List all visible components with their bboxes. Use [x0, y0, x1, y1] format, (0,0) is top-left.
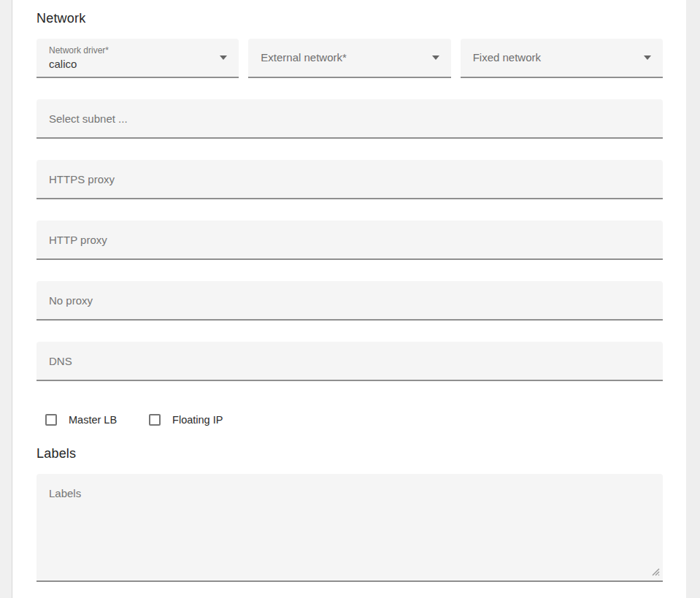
labels-textarea[interactable]	[36, 474, 663, 582]
chevron-down-icon	[644, 55, 651, 60]
floating-ip-checkbox-group[interactable]: Floating IP	[149, 413, 223, 427]
floating-ip-checkbox[interactable]	[149, 414, 161, 426]
checkbox-row: Master LB Floating IP	[36, 413, 676, 427]
labels-section-heading: Labels	[36, 445, 676, 461]
floating-ip-label[interactable]: Floating IP	[172, 413, 223, 427]
fixed-network-select[interactable]: Fixed network	[461, 39, 663, 78]
chevron-down-icon	[432, 55, 439, 60]
http-proxy-input[interactable]	[36, 221, 663, 260]
https-proxy-input[interactable]	[36, 160, 663, 199]
network-driver-value: calico	[49, 58, 214, 71]
master-lb-checkbox[interactable]	[45, 414, 57, 426]
network-driver-select[interactable]: Network driver* calico	[36, 39, 239, 78]
network-section-heading: Network	[36, 10, 676, 26]
labels-textarea-wrap	[36, 474, 663, 582]
network-selects-row: Network driver* calico External network*…	[36, 39, 663, 78]
chevron-down-icon	[220, 55, 227, 60]
scrollbar-track[interactable]	[686, 0, 700, 598]
left-rail	[0, 0, 12, 598]
external-network-select[interactable]: External network*	[248, 39, 450, 78]
master-lb-label[interactable]: Master LB	[69, 413, 117, 427]
network-form: Network Network driver* calico External …	[13, 0, 686, 598]
form-page: Network Network driver* calico External …	[0, 0, 700, 598]
external-network-placeholder: External network*	[261, 51, 426, 64]
no-proxy-input[interactable]	[36, 281, 663, 321]
dns-input[interactable]	[36, 342, 663, 381]
resize-handle-icon[interactable]	[651, 567, 660, 576]
fixed-subnet-input[interactable]	[36, 99, 663, 139]
network-driver-label: Network driver*	[49, 45, 214, 55]
master-lb-checkbox-group[interactable]: Master LB	[45, 413, 117, 427]
fixed-network-placeholder: Fixed network	[473, 51, 638, 64]
